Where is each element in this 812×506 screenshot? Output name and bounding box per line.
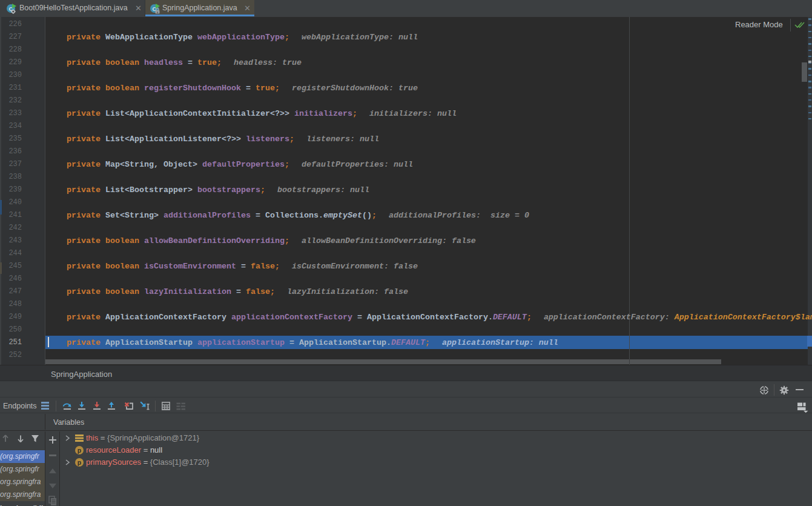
- svg-text:p: p: [78, 459, 81, 466]
- svg-text:p: p: [78, 447, 81, 454]
